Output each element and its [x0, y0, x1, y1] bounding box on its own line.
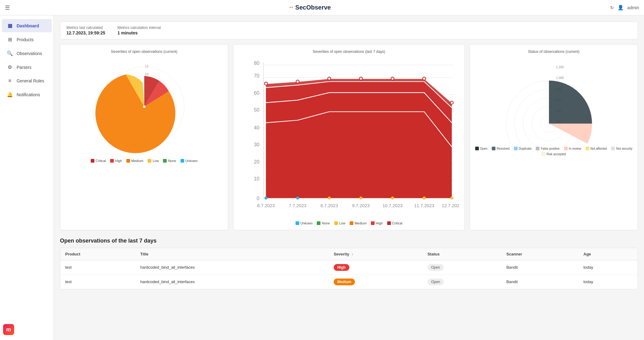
- legend-dot-medium: [126, 159, 130, 163]
- status-chart-legend: Open Resolved Duplicate False positive I…: [475, 147, 633, 156]
- status-chart-card: Status of observations (current) 1.200 1…: [470, 44, 638, 230]
- topbar: ☰ ᐧᐧ SecObserve ↻ 👤 admin: [0, 0, 644, 15]
- legend-line-high: High: [371, 221, 383, 225]
- sidebar: ▦ Dashboard ⊞ Products 🔍 Observations ⚙ …: [0, 15, 54, 340]
- legend-line-none: None: [317, 221, 330, 225]
- cell-status: Open: [423, 260, 502, 275]
- svg-text:7.7.2023: 7.7.2023: [289, 203, 306, 208]
- legend-status-false-positive: False positive: [536, 147, 559, 150]
- sidebar-label-notifications: Notifications: [17, 92, 40, 97]
- legend-dot-unknown: [181, 159, 184, 163]
- badge-open: Open: [427, 279, 444, 285]
- svg-point-51: [328, 196, 331, 200]
- svg-text:1.200: 1.200: [556, 65, 564, 69]
- cell-scanner: Bandit: [501, 260, 578, 275]
- line-chart-card: Severities of open observations (last 7 …: [233, 44, 465, 230]
- svg-text:6.7.2023: 6.7.2023: [257, 203, 275, 208]
- svg-text:30: 30: [254, 142, 260, 147]
- col-scanner: Scanner: [501, 248, 578, 260]
- svg-point-46: [391, 77, 394, 80]
- svg-point-44: [328, 77, 331, 80]
- legend-dot-critical: [91, 159, 94, 163]
- general-rules-icon: ≡: [7, 78, 13, 84]
- sidebar-item-parsers[interactable]: ⚙ Parsers: [2, 61, 52, 74]
- sidebar-item-observations[interactable]: 🔍 Observations: [2, 47, 52, 60]
- observations-icon: 🔍: [7, 50, 13, 56]
- sidebar-label-observations: Observations: [17, 51, 42, 56]
- legend-dot-none: [163, 159, 167, 163]
- legend-status-not-security: Not security: [611, 147, 632, 150]
- legend-dot-line-medium: [350, 221, 353, 225]
- status-chart-area: 1.200 1.000 800 600 400 200: [475, 57, 633, 144]
- metric-last-calculated: Metrics last calculated 12.7.2023, 19:59…: [66, 26, 105, 35]
- notifications-icon: 🔔: [7, 92, 13, 97]
- topbar-right: ↻ 👤 admin: [610, 5, 639, 10]
- line-chart-legend: Unkown None Low Medium High: [238, 221, 459, 225]
- svg-point-50: [296, 196, 299, 200]
- line-chart-area: 0 10 20 30 40 50 60 70 80: [238, 57, 459, 218]
- polar-chart-card: Severities of open observations (current…: [60, 44, 228, 230]
- svg-text:8.7.2023: 8.7.2023: [320, 203, 338, 208]
- svg-text:10.7.2023: 10.7.2023: [383, 203, 403, 208]
- hamburger-menu[interactable]: ☰: [5, 4, 10, 11]
- table-row[interactable]: test hardcoded_bind_all_interfaces Mediu…: [60, 275, 638, 289]
- sidebar-item-general-rules[interactable]: ≡ General Rules: [2, 74, 52, 87]
- legend-dot-line-critical: [387, 221, 391, 225]
- sidebar-item-notifications[interactable]: 🔔 Notifications: [2, 88, 52, 101]
- col-age: Age: [578, 248, 638, 260]
- sidebar-label-dashboard: Dashboard: [17, 23, 39, 28]
- app-title-area: ᐧᐧ SecObserve: [289, 4, 331, 12]
- cell-product: test: [60, 260, 135, 275]
- legend-dot-low: [148, 159, 151, 163]
- dashboard-icon: ▦: [7, 23, 13, 29]
- svg-marker-41: [266, 79, 452, 198]
- col-product: Product: [60, 248, 135, 260]
- legend-critical: Critical: [91, 159, 106, 163]
- sidebar-item-products[interactable]: ⊞ Products: [2, 33, 52, 46]
- svg-text:80: 80: [254, 60, 260, 66]
- svg-text:0: 0: [257, 196, 260, 201]
- svg-text:12.7.2023: 12.7.2023: [442, 203, 459, 208]
- svg-point-52: [360, 196, 363, 200]
- status-chart-title: Status of observations (current): [475, 49, 633, 54]
- legend-line-critical: Critical: [387, 221, 403, 225]
- svg-text:10: 10: [145, 72, 149, 76]
- svg-point-49: [264, 196, 268, 200]
- cell-severity: High: [329, 260, 423, 275]
- table-card: Product Title Severity ↑ Status Scanner …: [60, 248, 638, 289]
- table-row[interactable]: test hardcoded_bind_all_interfaces High …: [60, 260, 638, 275]
- svg-point-10: [143, 105, 145, 108]
- admin-label[interactable]: admin: [627, 5, 639, 10]
- svg-text:11.7.2023: 11.7.2023: [414, 203, 434, 208]
- cell-status: Open: [423, 275, 502, 289]
- col-status: Status: [423, 248, 502, 260]
- refresh-icon[interactable]: ↻: [610, 5, 614, 10]
- svg-text:60: 60: [254, 90, 260, 96]
- svg-text:40: 40: [254, 125, 260, 130]
- polar-chart-svg: 12 10 8 6 4: [95, 57, 193, 156]
- legend-line-unknown: Unkown: [296, 221, 313, 225]
- legend-status-not-affected: Not affected: [586, 147, 607, 150]
- svg-point-43: [296, 80, 299, 83]
- metrics-bar: Metrics last calculated 12.7.2023, 19:59…: [60, 22, 638, 39]
- svg-point-47: [423, 77, 426, 80]
- legend-dot-line-unknown: [296, 221, 299, 225]
- legend-dot-in-review: [564, 147, 568, 150]
- legend-low: Low: [148, 159, 159, 163]
- cell-title: hardcoded_bind_all_interfaces: [135, 275, 329, 289]
- legend-dot-line-low: [334, 221, 338, 225]
- polar-chart-area: 12 10 8 6 4: [65, 57, 223, 156]
- legend-line-medium: Medium: [350, 221, 367, 225]
- legend-status-open: Open: [475, 147, 487, 150]
- svg-text:10: 10: [254, 176, 260, 181]
- legend-dot-false-positive: [536, 147, 539, 150]
- badge-high: High: [334, 264, 349, 271]
- user-icon: 👤: [618, 5, 624, 10]
- svg-point-53: [391, 196, 394, 200]
- col-title: Title: [135, 248, 329, 260]
- observations-table: Product Title Severity ↑ Status Scanner …: [60, 248, 638, 289]
- svg-point-45: [360, 77, 363, 80]
- legend-dot-resolved: [492, 147, 495, 150]
- sidebar-item-dashboard[interactable]: ▦ Dashboard: [2, 19, 52, 32]
- col-severity[interactable]: Severity ↑: [329, 248, 423, 260]
